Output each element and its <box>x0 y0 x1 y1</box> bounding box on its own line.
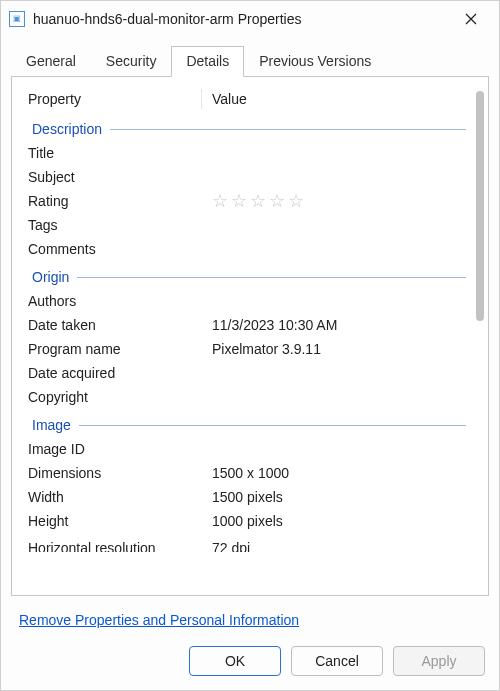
star-icon[interactable]: ☆ <box>269 192 286 210</box>
properties-dialog: ▣ huanuo-hnds6-dual-monitor-arm Properti… <box>0 0 500 691</box>
row-rating[interactable]: Rating ☆☆☆☆☆ <box>22 189 472 213</box>
row-comments[interactable]: Comments <box>22 237 472 261</box>
remove-properties-row: Remove Properties and Personal Informati… <box>1 604 499 638</box>
row-tags[interactable]: Tags <box>22 213 472 237</box>
dialog-buttons: OK Cancel Apply <box>1 638 499 690</box>
ok-button[interactable]: OK <box>189 646 281 676</box>
row-height[interactable]: Height 1000 pixels <box>22 509 472 533</box>
star-icon[interactable]: ☆ <box>288 192 305 210</box>
row-dimensions[interactable]: Dimensions 1500 x 1000 <box>22 461 472 485</box>
row-width[interactable]: Width 1500 pixels <box>22 485 472 509</box>
tab-previous-versions[interactable]: Previous Versions <box>244 46 386 77</box>
tabstrip: General Security Details Previous Versio… <box>1 37 499 76</box>
property-list[interactable]: Property Value Description Title Subject… <box>22 85 472 589</box>
apply-button[interactable]: Apply <box>393 646 485 676</box>
header-property[interactable]: Property <box>22 89 202 109</box>
scrollbar[interactable] <box>476 85 484 589</box>
row-horizontal-resolution[interactable]: Horizontal resolution 72 dpi <box>22 533 472 557</box>
file-icon: ▣ <box>9 11 25 27</box>
close-icon[interactable] <box>449 4 493 34</box>
row-title[interactable]: Title <box>22 141 472 165</box>
star-icon[interactable]: ☆ <box>231 192 248 210</box>
titlebar: ▣ huanuo-hnds6-dual-monitor-arm Properti… <box>1 1 499 37</box>
row-subject[interactable]: Subject <box>22 165 472 189</box>
window-title: huanuo-hnds6-dual-monitor-arm Properties <box>33 11 449 27</box>
rating-stars[interactable]: ☆☆☆☆☆ <box>202 190 472 212</box>
tab-details[interactable]: Details <box>171 46 244 77</box>
cancel-button[interactable]: Cancel <box>291 646 383 676</box>
header-value[interactable]: Value <box>202 89 472 109</box>
scroll-thumb[interactable] <box>476 91 484 321</box>
remove-properties-link[interactable]: Remove Properties and Personal Informati… <box>19 612 299 628</box>
row-date-taken[interactable]: Date taken 11/3/2023 10:30 AM <box>22 313 472 337</box>
tab-security[interactable]: Security <box>91 46 172 77</box>
star-icon[interactable]: ☆ <box>250 192 267 210</box>
star-icon[interactable]: ☆ <box>212 192 229 210</box>
row-copyright[interactable]: Copyright <box>22 385 472 409</box>
row-image-id[interactable]: Image ID <box>22 437 472 461</box>
group-origin: Origin <box>22 267 472 287</box>
group-description: Description <box>22 119 472 139</box>
tab-general[interactable]: General <box>11 46 91 77</box>
details-panel: Property Value Description Title Subject… <box>11 76 489 596</box>
column-headers: Property Value <box>22 85 472 113</box>
group-image: Image <box>22 415 472 435</box>
row-authors[interactable]: Authors <box>22 289 472 313</box>
row-program-name[interactable]: Program name Pixelmator 3.9.11 <box>22 337 472 361</box>
row-date-acquired[interactable]: Date acquired <box>22 361 472 385</box>
